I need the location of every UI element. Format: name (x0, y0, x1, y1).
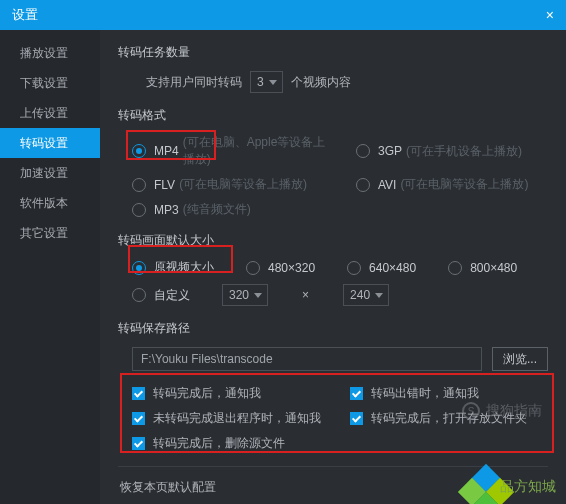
multiply-sign: × (302, 288, 309, 302)
checkbox-icon (132, 437, 145, 450)
sidebar: 播放设置 下载设置 上传设置 转码设置 加速设置 软件版本 其它设置 (0, 30, 100, 504)
format-option-mp3[interactable]: MP3 (纯音频文件) (132, 201, 332, 218)
sidebar-item-play[interactable]: 播放设置 (0, 38, 100, 68)
checkbox-icon (132, 387, 145, 400)
size-option-custom[interactable]: 自定义 (132, 287, 194, 304)
checkbox-icon (350, 387, 363, 400)
titlebar: 设置 × (0, 0, 566, 30)
logo-text: 品方知城 (500, 478, 556, 496)
size-option-original[interactable]: 原视频大小 (132, 259, 218, 276)
checkbox-icon (132, 412, 145, 425)
close-icon[interactable]: × (546, 7, 554, 23)
size-option-640x480[interactable]: 640×480 (347, 261, 420, 275)
sidebar-item-upload[interactable]: 上传设置 (0, 98, 100, 128)
path-title: 转码保存路径 (118, 320, 548, 337)
custom-height-select[interactable]: 240 (343, 284, 389, 306)
tasks-title: 转码任务数量 (118, 44, 548, 61)
format-option-mp4[interactable]: MP4 (可在电脑、Apple等设备上播放) (132, 134, 332, 168)
radio-icon (448, 261, 462, 275)
sidebar-item-transcode[interactable]: 转码设置 (0, 128, 100, 158)
radio-icon (347, 261, 361, 275)
tasks-prefix: 支持用户同时转码 (146, 74, 242, 91)
section-format: 转码格式 MP4 (可在电脑、Apple等设备上播放) 3GP (可在手机设备上… (118, 107, 548, 218)
sidebar-item-download[interactable]: 下载设置 (0, 68, 100, 98)
size-option-800x480[interactable]: 800×480 (448, 261, 521, 275)
content-pane: 转码任务数量 支持用户同时转码 3 个视频内容 转码格式 MP4 (可在电脑、A… (100, 30, 566, 504)
tasks-count-select[interactable]: 3 (250, 71, 283, 93)
check-notify-done[interactable]: 转码完成后，通知我 (132, 385, 330, 402)
watermark-icon: S (462, 402, 480, 420)
radio-icon (356, 178, 370, 192)
check-delete-source[interactable]: 转码完成后，删除源文件 (132, 435, 330, 452)
size-option-480x320[interactable]: 480×320 (246, 261, 319, 275)
browse-button[interactable]: 浏览... (492, 347, 548, 371)
radio-icon (132, 261, 146, 275)
radio-icon (356, 144, 370, 158)
path-input[interactable]: F:\Youku Files\transcode (132, 347, 482, 371)
format-option-flv[interactable]: FLV (可在电脑等设备上播放) (132, 176, 332, 193)
radio-icon (132, 178, 146, 192)
tasks-suffix: 个视频内容 (291, 74, 351, 91)
sidebar-item-other[interactable]: 其它设置 (0, 218, 100, 248)
format-title: 转码格式 (118, 107, 548, 124)
watermark: S 搜狗指南 (462, 402, 542, 420)
format-option-avi[interactable]: AVI (可在电脑等设备上播放) (356, 176, 556, 193)
radio-icon (132, 144, 146, 158)
checkbox-icon (350, 412, 363, 425)
sidebar-item-accelerate[interactable]: 加速设置 (0, 158, 100, 188)
section-size: 转码画面默认大小 原视频大小 480×320 640×480 800×480 (118, 232, 548, 306)
size-title: 转码画面默认大小 (118, 232, 548, 249)
custom-width-select[interactable]: 320 (222, 284, 268, 306)
check-notify-exit[interactable]: 未转码完成退出程序时，通知我 (132, 410, 330, 427)
format-option-3gp[interactable]: 3GP (可在手机设备上播放) (356, 134, 556, 168)
window-title: 设置 (12, 6, 38, 24)
radio-icon (246, 261, 260, 275)
radio-icon (132, 288, 146, 302)
sidebar-item-version[interactable]: 软件版本 (0, 188, 100, 218)
radio-icon (132, 203, 146, 217)
check-notify-error[interactable]: 转码出错时，通知我 (350, 385, 548, 402)
section-path: 转码保存路径 F:\Youku Files\transcode 浏览... (118, 320, 548, 371)
section-tasks: 转码任务数量 支持用户同时转码 3 个视频内容 (118, 44, 548, 93)
